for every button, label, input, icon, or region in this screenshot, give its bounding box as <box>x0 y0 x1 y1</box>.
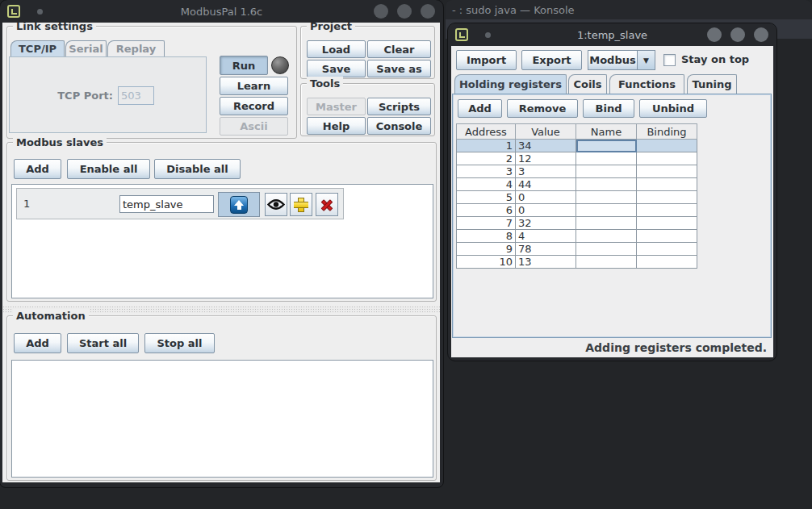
tcp-port-input[interactable] <box>118 86 154 105</box>
register-bind-button[interactable]: Bind <box>583 99 634 118</box>
dialog-titlebar[interactable]: 1:temp_slave <box>448 23 776 46</box>
slave-toggle-button[interactable] <box>218 192 260 217</box>
table-row[interactable]: 50 <box>456 191 698 204</box>
register-add-button[interactable]: Add <box>458 99 502 118</box>
table-row[interactable]: 84 <box>456 230 698 243</box>
cell-binding[interactable] <box>637 178 697 191</box>
slave-name-input[interactable] <box>119 195 214 213</box>
tab-holding-registers[interactable]: Holding registers <box>454 74 567 94</box>
save-as-button[interactable]: Save as <box>367 60 431 77</box>
import-button[interactable]: Import <box>456 50 517 70</box>
tab-serial[interactable]: Serial <box>65 40 107 56</box>
record-button[interactable]: Record <box>220 97 288 115</box>
cell-name[interactable] <box>576 256 637 269</box>
cell-address[interactable]: 6 <box>456 204 516 217</box>
learn-button[interactable]: Learn <box>220 77 288 95</box>
cell-value[interactable]: 44 <box>516 178 576 191</box>
table-row[interactable]: 60 <box>456 204 698 217</box>
close-button[interactable] <box>421 4 435 19</box>
cell-name[interactable] <box>576 243 637 256</box>
tab-replay[interactable]: Replay <box>107 40 165 56</box>
slave-view-button[interactable] <box>265 193 287 216</box>
table-row[interactable]: 444 <box>456 178 698 191</box>
clear-button[interactable]: Clear <box>367 40 431 58</box>
table-row[interactable]: 1013 <box>456 256 698 269</box>
cell-address[interactable]: 2 <box>456 152 516 165</box>
tab-tuning[interactable]: Tuning <box>687 74 737 94</box>
column-header[interactable]: Binding <box>637 123 697 140</box>
cell-address[interactable]: 3 <box>456 165 516 178</box>
cell-binding[interactable] <box>637 243 697 256</box>
stop-all-button[interactable]: Stop all <box>144 333 215 353</box>
tab-coils[interactable]: Coils <box>568 74 607 94</box>
cell-binding[interactable] <box>637 217 697 230</box>
maximize-button[interactable] <box>730 27 745 42</box>
slave-duplicate-button[interactable] <box>290 193 312 216</box>
modbuspal-titlebar[interactable]: ModbusPal 1.6c <box>0 0 443 23</box>
cell-binding[interactable] <box>637 140 697 152</box>
cell-value[interactable]: 32 <box>516 217 576 230</box>
table-row[interactable]: 212 <box>456 152 698 165</box>
cell-name[interactable] <box>576 178 637 191</box>
minimize-button[interactable] <box>707 27 722 42</box>
cell-address[interactable]: 9 <box>456 243 516 256</box>
close-button[interactable] <box>754 27 768 42</box>
cell-name[interactable] <box>576 204 637 217</box>
run-button[interactable]: Run <box>220 56 268 75</box>
slave-row[interactable]: 1 <box>16 188 344 219</box>
enable-all-button[interactable]: Enable all <box>67 159 150 179</box>
scripts-button[interactable]: Scripts <box>367 98 431 115</box>
table-row[interactable]: 978 <box>456 243 698 256</box>
stay-on-top-checkbox[interactable] <box>663 54 676 66</box>
slave-add-button[interactable]: Add <box>14 159 61 179</box>
cell-address[interactable]: 1 <box>456 140 516 152</box>
cell-value[interactable]: 34 <box>516 140 576 152</box>
table-row[interactable]: 33 <box>456 165 698 178</box>
cell-name[interactable] <box>576 152 637 165</box>
tab-functions[interactable]: Functions <box>609 74 684 94</box>
maximize-button[interactable] <box>397 4 412 19</box>
minimize-button[interactable] <box>374 4 388 19</box>
save-button[interactable]: Save <box>307 60 366 77</box>
cell-binding[interactable] <box>637 165 697 178</box>
register-remove-button[interactable]: Remove <box>507 99 578 118</box>
column-header[interactable]: Name <box>576 123 637 140</box>
cell-name[interactable] <box>576 191 637 204</box>
table-row[interactable]: 732 <box>456 217 698 230</box>
cell-binding[interactable] <box>637 191 697 204</box>
cell-value[interactable]: 0 <box>516 204 576 217</box>
slave-delete-button[interactable] <box>316 193 338 216</box>
cell-address[interactable]: 7 <box>456 217 516 230</box>
cell-value[interactable]: 3 <box>516 165 576 178</box>
cell-address[interactable]: 4 <box>456 178 516 191</box>
cell-binding[interactable] <box>637 256 697 269</box>
cell-value[interactable]: 0 <box>516 191 576 204</box>
load-button[interactable]: Load <box>307 40 366 58</box>
automation-add-button[interactable]: Add <box>14 333 61 353</box>
console-button[interactable]: Console <box>367 117 431 135</box>
cell-name[interactable] <box>576 165 637 178</box>
help-button[interactable]: Help <box>307 117 366 135</box>
tab-tcpip[interactable]: TCP/IP <box>10 40 65 56</box>
konsole-titlebar[interactable]: - : sudo java — Konsole <box>446 0 812 19</box>
start-all-button[interactable]: Start all <box>67 333 139 353</box>
column-header[interactable]: Address <box>456 123 516 140</box>
cell-value[interactable]: 13 <box>516 256 576 269</box>
cell-address[interactable]: 8 <box>456 230 516 243</box>
column-header[interactable]: Value <box>516 123 576 140</box>
disable-all-button[interactable]: Disable all <box>154 159 241 179</box>
export-button[interactable]: Export <box>521 50 582 70</box>
cell-binding[interactable] <box>637 204 697 217</box>
cell-name[interactable] <box>576 230 637 243</box>
cell-address[interactable]: 5 <box>456 191 516 204</box>
table-row[interactable]: 134 <box>456 140 698 152</box>
cell-value[interactable]: 78 <box>516 243 576 256</box>
cell-name[interactable] <box>576 217 637 230</box>
mode-combo[interactable]: Modbus ▼ <box>588 50 655 70</box>
cell-value[interactable]: 12 <box>516 152 576 165</box>
cell-binding[interactable] <box>637 152 697 165</box>
cell-value[interactable]: 4 <box>516 230 576 243</box>
register-unbind-button[interactable]: Unbind <box>639 99 707 118</box>
cell-binding[interactable] <box>637 230 697 243</box>
chevron-down-icon[interactable]: ▼ <box>637 50 655 70</box>
